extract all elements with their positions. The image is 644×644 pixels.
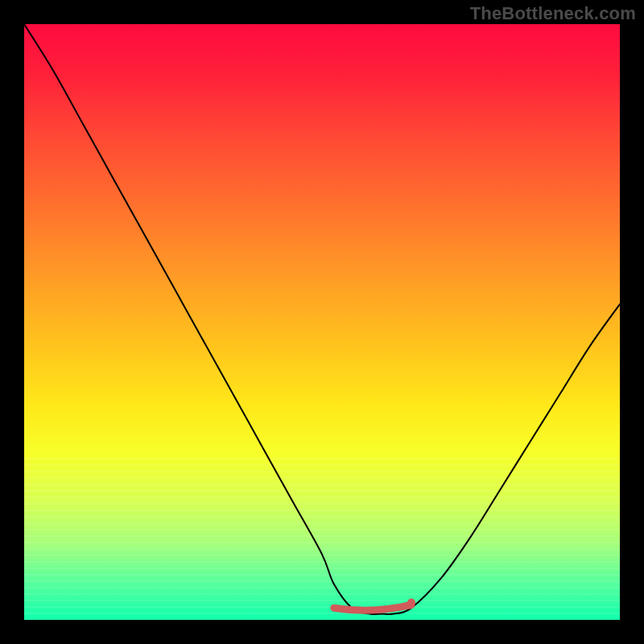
trough-marker [334,605,411,611]
curve-svg [24,24,620,620]
trough-end-dot [407,599,415,607]
watermark-label: TheBottleneck.com [470,3,636,24]
chart-frame: TheBottleneck.com [0,0,644,644]
plot-area [24,24,620,620]
bottleneck-curve-line [24,24,620,614]
